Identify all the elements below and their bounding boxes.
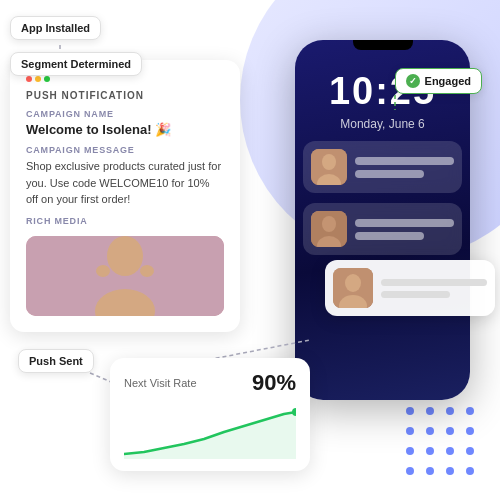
push-card-image <box>26 236 224 316</box>
next-visit-card: Next Visit Rate 90% <box>110 358 310 471</box>
engaged-badge: ✓ Engaged <box>395 68 482 94</box>
svg-point-5 <box>426 427 434 435</box>
minimize-dot <box>35 76 41 82</box>
phone-notif-line <box>355 157 454 165</box>
svg-point-12 <box>406 467 414 475</box>
campaign-message-value: Shop exclusive products curated just for… <box>26 158 224 208</box>
close-dot <box>26 76 32 82</box>
next-visit-percent: 90% <box>252 370 296 396</box>
svg-point-8 <box>406 447 414 455</box>
svg-point-29 <box>140 265 154 277</box>
segment-determined-badge: Segment Determined <box>10 52 142 76</box>
svg-point-7 <box>466 427 474 435</box>
push-card: PUSH NOTIFICATION CAMPAIGN NAME Welcome … <box>10 60 240 332</box>
campaign-message-label: CAMPAIGN MESSAGE <box>26 145 224 155</box>
svg-point-9 <box>426 447 434 455</box>
overlay-line <box>381 279 487 286</box>
svg-marker-30 <box>124 412 296 459</box>
svg-point-26 <box>107 236 143 276</box>
phone-notif-overlay <box>325 260 495 316</box>
next-visit-label: Next Visit Rate <box>124 377 197 389</box>
svg-point-4 <box>406 427 414 435</box>
svg-point-13 <box>426 467 434 475</box>
svg-point-14 <box>446 467 454 475</box>
app-installed-label: App Installed <box>21 22 90 34</box>
phone-notif-lines-1 <box>355 157 454 178</box>
push-sent-badge: Push Sent <box>18 349 94 373</box>
campaign-name-value: Welcome to Isolena! 🎉 <box>26 122 224 137</box>
phone-notif-line <box>355 232 424 240</box>
line-chart <box>124 404 296 459</box>
svg-point-0 <box>406 407 414 415</box>
chart-container <box>124 404 296 459</box>
svg-point-6 <box>446 427 454 435</box>
svg-point-23 <box>345 274 361 292</box>
push-sent-label: Push Sent <box>29 355 83 367</box>
svg-point-20 <box>322 216 336 232</box>
push-card-header: PUSH NOTIFICATION <box>26 90 224 101</box>
next-visit-header: Next Visit Rate 90% <box>124 370 296 396</box>
app-installed-badge: App Installed <box>10 16 101 40</box>
phone-notification-1 <box>303 141 462 193</box>
decorative-dots <box>400 401 490 491</box>
svg-point-10 <box>446 447 454 455</box>
maximize-dot <box>44 76 50 82</box>
svg-point-15 <box>466 467 474 475</box>
phone-notif-avatar-1 <box>311 149 347 185</box>
rich-media-label: RICH MEDIA <box>26 216 224 226</box>
svg-point-28 <box>96 265 110 277</box>
segment-determined-label: Segment Determined <box>21 58 131 70</box>
phone-notif-lines-2 <box>355 219 454 240</box>
phone-date: Monday, June 6 <box>295 117 470 131</box>
phone-notification-2 <box>303 203 462 255</box>
overlay-avatar <box>333 268 373 308</box>
window-controls <box>26 76 224 82</box>
phone: 10:25 Monday, June 6 <box>295 40 470 400</box>
scene: 10:25 Monday, June 6 <box>0 0 500 501</box>
phone-notif-line <box>355 170 424 178</box>
engaged-label: Engaged <box>425 75 471 87</box>
svg-point-11 <box>466 447 474 455</box>
svg-point-2 <box>446 407 454 415</box>
phone-notif-line <box>355 219 454 227</box>
overlay-line-short <box>381 291 450 298</box>
campaign-name-label: CAMPAIGN NAME <box>26 109 224 119</box>
svg-point-17 <box>322 154 336 170</box>
svg-point-1 <box>426 407 434 415</box>
svg-point-3 <box>466 407 474 415</box>
phone-notch <box>353 40 413 50</box>
check-icon: ✓ <box>406 74 420 88</box>
phone-notif-avatar-2 <box>311 211 347 247</box>
overlay-lines <box>381 279 487 298</box>
